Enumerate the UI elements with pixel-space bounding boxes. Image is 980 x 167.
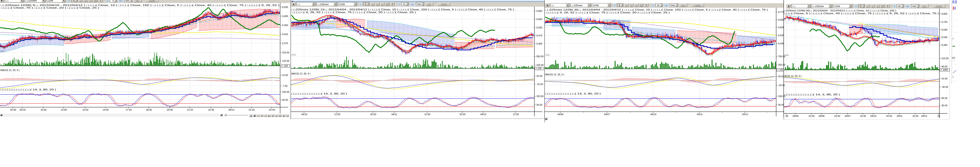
svg-text:MACD( 12, 26, 9 ): MACD( 12, 26, 9 )	[291, 72, 310, 75]
svg-text:9,520: 9,520	[778, 34, 784, 36]
svg-text:115.00: 115.00	[942, 57, 948, 60]
svg-text:9,435: 9,435	[778, 42, 784, 45]
svg-text:04/10: 04/10	[301, 113, 307, 115]
svg-text:-15.00: -15.00	[536, 83, 543, 85]
svg-text:04/11: 04/11	[697, 113, 703, 115]
svg-text:CD: CD	[952, 57, 955, 59]
svg-text:□□225mini 12/06( 15□, 2012/04/: □□225mini 12/06( 15□, 2012/04/04 - 2012/…	[291, 8, 514, 11]
svg-text:04/06: 04/06	[819, 115, 825, 117]
svg-text:16:30: 16:30	[808, 115, 815, 117]
svg-text:315.00: 315.00	[282, 51, 290, 54]
svg-text:35.00: 35.00	[536, 104, 542, 106]
svg-text:13:20: 13:20	[82, 109, 88, 111]
svg-text:□: □	[953, 75, 954, 78]
svg-text:35.00: 35.00	[942, 104, 947, 107]
svg-text:04/07: 04/07	[845, 115, 851, 117]
svg-text:□□□( Close, 5 ) □□□□( Close: □□□( Close, 5 ) □□□□( Close, 40 ) □□□□( …	[784, 12, 939, 15]
svg-text:9,775: 9,775	[778, 11, 784, 13]
svg-text:9,535: 9,535	[942, 36, 947, 38]
svg-text:9,630: 9,630	[942, 28, 947, 31]
svg-text:× 100: × 100	[778, 68, 783, 71]
svg-text:9,665: 9,665	[536, 10, 542, 12]
svg-text:12:00: 12:00	[513, 113, 519, 115]
svg-text:9,605: 9,605	[778, 26, 784, 28]
svg-text:02:40: 02:40	[10, 109, 16, 111]
svg-text:40.00: 40.00	[942, 65, 947, 68]
svg-text:15.00: 15.00	[942, 77, 947, 80]
svg-text:12:00: 12:00	[61, 109, 67, 111]
svg-text:100.00: 100.00	[282, 91, 290, 93]
svg-text:20:00: 20:00	[167, 109, 173, 111]
svg-text::30: :30	[785, 115, 788, 117]
svg-text:04/05: 04/05	[792, 115, 799, 117]
svg-text:10:40: 10:40	[40, 109, 46, 111]
svg-text:25.00: 25.00	[536, 75, 542, 77]
svg-text:9,375: 9,375	[282, 42, 288, 44]
svg-text:18:40: 18:40	[146, 109, 152, 111]
svg-text:04/11: 04/11	[897, 115, 903, 117]
svg-text:04/12: 04/12	[480, 113, 486, 115]
svg-text:120.00: 120.00	[282, 60, 290, 62]
svg-text:9,415: 9,415	[282, 33, 288, 36]
svg-text:□□□□□□□□□□□□□( 14, 3, 80, 20 ): □□□□□□□□□□□□□( 14, 3, 80, 20 )	[545, 92, 601, 95]
svg-text:□□□□( Close, 75 ) □□□□( Clo: □□□□( Close, 75 ) □□□□( Close, 20 ) □□□□…	[1, 6, 99, 9]
svg-text:16:30: 16:30	[912, 115, 918, 117]
svg-text:95.00: 95.00	[942, 97, 947, 99]
svg-text:□□□: □□□	[291, 53, 296, 56]
svg-text:12:00: 12:00	[334, 113, 340, 115]
svg-text:□□225mini 12/06( 5□, 2012/04/1: □□225mini 12/06( 5□, 2012/04/10 - 2012/0…	[1, 4, 279, 6]
svg-text:40.00: 40.00	[282, 99, 288, 101]
svg-text:04/10: 04/10	[650, 113, 656, 115]
svg-text:MACD( 12, 26, 9 ): MACD( 12, 26, 9 )	[0, 69, 20, 71]
svg-text:□: □	[953, 37, 954, 39]
svg-text:9,600: 9,600	[536, 18, 542, 20]
svg-text:20:00: 20:00	[370, 113, 376, 115]
svg-text:16: 16	[937, 115, 940, 117]
svg-text:9,690: 9,690	[778, 19, 784, 21]
svg-text:9,495: 9,495	[282, 15, 288, 17]
svg-text:04/07: 04/07	[604, 113, 610, 115]
svg-text:04/12: 04/12	[921, 115, 927, 117]
svg-text:□□□□□□□□□□□□□( 14, 3, 80, 20 ): □□□□□□□□□□□□□( 14, 3, 80, 20 )	[0, 88, 56, 91]
svg-text:MACD( 12, 26, 9 ): MACD( 12, 26, 9 )	[545, 73, 564, 76]
svg-text:9,455: 9,455	[282, 24, 288, 27]
svg-text:250.00: 250.00	[778, 63, 786, 66]
svg-text:9,405: 9,405	[536, 43, 542, 45]
svg-text:□□□: □□□	[784, 54, 789, 56]
svg-text:100.00: 100.00	[536, 95, 544, 98]
svg-text:04/06: 04/06	[557, 113, 563, 115]
svg-text:04/10: 04/10	[870, 115, 877, 117]
svg-text:9,535: 9,535	[282, 6, 288, 8]
svg-text:9,470: 9,470	[536, 34, 542, 37]
svg-text:22:40: 22:40	[208, 109, 214, 111]
svg-text:9,725: 9,725	[942, 20, 947, 23]
svg-text:150.00: 150.00	[536, 64, 544, 66]
svg-text:17:20: 17:20	[126, 109, 132, 111]
svg-text:× 100: × 100	[536, 67, 541, 70]
svg-text:04/12: 04/12	[742, 113, 748, 115]
svg-text:20:00: 20:00	[460, 113, 465, 115]
svg-text:9,440: 9,440	[942, 44, 947, 46]
svg-text:04/11: 04/11	[391, 113, 397, 115]
svg-text:20.00: 20.00	[778, 75, 784, 78]
svg-text:-25.00: -25.00	[778, 84, 785, 87]
svg-text:16:30: 16:30	[860, 115, 866, 117]
svg-text:14:40: 14:40	[103, 109, 108, 111]
svg-text:750.00: 750.00	[778, 55, 786, 58]
svg-text:□□□□□( 9, 26, 52 ) □□□□( Cl: □□□□□( 9, 26, 52 ) □□□□( Close, 75 ) □□□…	[546, 11, 670, 14]
svg-text:9,825: 9,825	[942, 13, 947, 15]
svg-text:□□□: □□□	[546, 54, 550, 56]
svg-text:21:20: 21:20	[187, 109, 193, 111]
svg-text:× 1000: × 1000	[941, 68, 948, 71]
svg-text:35.00: 35.00	[778, 104, 784, 106]
svg-text:× 100: × 100	[282, 65, 288, 67]
svg-text:04/12: 04/12	[228, 109, 234, 111]
svg-text:9,535: 9,535	[536, 26, 542, 29]
svg-text:02:40: 02:40	[269, 109, 275, 111]
svg-text:□□□□□□□□□□□□( 14, 3, 80, 20 ): □□□□□□□□□□□□( 14, 3, 80, 20 )	[784, 93, 840, 96]
svg-text:-30.00: -30.00	[942, 86, 948, 88]
svg-text:16:30: 16:30	[886, 115, 892, 117]
svg-text:□225mini 12/06( 60□, 2012/04/0: □225mini 12/06( 60□, 2012/04/04 - 2012/0…	[784, 9, 896, 12]
svg-text:01:20: 01:20	[249, 109, 255, 111]
svg-text:13.00: 13.00	[282, 74, 288, 76]
